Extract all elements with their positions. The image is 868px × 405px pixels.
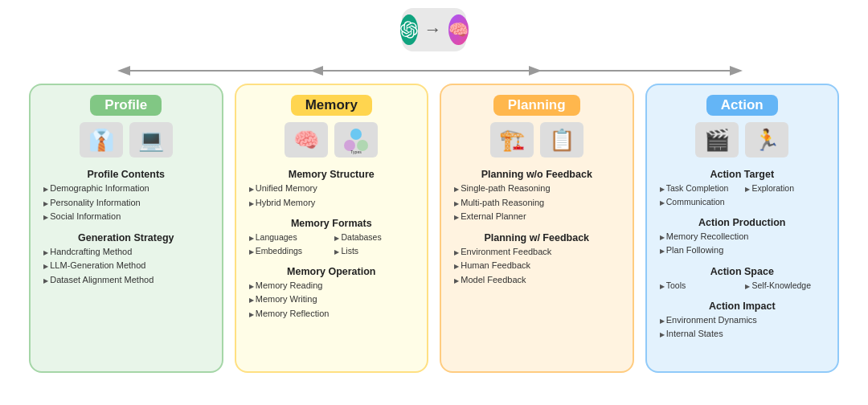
action-card: Action 🎬 🏃 Action Target Task Completion… (645, 84, 840, 373)
gpt-icon (400, 14, 418, 45)
act-tgt-3: Communication (658, 195, 741, 209)
profile-card: Profile 👔 💻 Profile Contents Demographic… (29, 84, 223, 373)
act-tgt-2: Exploration (743, 182, 826, 195)
planning-title: Planning (493, 95, 580, 116)
memory-structure-heading: Memory Structure (248, 169, 416, 180)
mem-fmt-1: Languages (248, 231, 330, 244)
plan-wf-3: Model Feedback (452, 273, 621, 288)
profile-gen-1: Handcrafting Method (42, 245, 211, 260)
profile-item-2: Personality Information (42, 196, 211, 211)
act-imp-1: Environment Dynamics (658, 313, 827, 328)
cards-row: Profile 👔 💻 Profile Contents Demographic… (16, 84, 852, 373)
memory-title: Memory (291, 95, 372, 116)
action-title: Action (706, 95, 778, 116)
profile-title: Profile (90, 95, 162, 116)
main-container: → 🧠 Profile 👔 💻 Profile Contents (0, 0, 868, 405)
planning-wf-heading: Planning w/ Feedback (452, 232, 621, 243)
brain-icon: 🧠 (448, 14, 469, 45)
icons-box: → 🧠 (402, 8, 466, 51)
act-imp-2: Internal States (658, 327, 827, 342)
profile-images: 👔 💻 (80, 122, 173, 158)
svg-text:Types: Types (351, 149, 362, 154)
profile-item-1: Demographic Information (42, 182, 211, 196)
profile-contents-heading: Profile Contents (42, 169, 211, 180)
plan-wf-1: Environment Feedback (452, 245, 621, 260)
generation-strategy-heading: Generation Strategy (42, 232, 211, 243)
planning-images: 🏗️ 📋 (490, 122, 583, 158)
action-space-grid: Tools Self-Knowledge (658, 279, 827, 292)
planning-wof-heading: Planning w/o Feedback (452, 169, 621, 180)
memory-struct-1: Unified Memory (248, 182, 416, 196)
top-icons-bar: → 🧠 (402, 8, 466, 51)
action-impact-heading: Action Impact (658, 301, 827, 312)
action-production-heading: Action Production (658, 217, 827, 228)
profile-gen-3: Dataset Alignment Method (42, 273, 211, 288)
memory-img-2: Types (334, 122, 378, 158)
profile-img-2: 💻 (129, 122, 173, 158)
memory-struct-2: Hybrid Memory (248, 196, 416, 211)
plan-wof-3: External Planner (452, 210, 621, 224)
action-img-1: 🎬 (695, 122, 739, 158)
profile-item-3: Social Information (42, 210, 211, 224)
memory-images: 🧠 Types (285, 122, 378, 158)
action-space-heading: Action Space (658, 266, 827, 277)
memory-op-2: Memory Writing (248, 292, 416, 307)
action-target-grid: Task Completion Exploration Communicatio… (658, 182, 827, 209)
planning-img-1: 🏗️ (490, 122, 534, 158)
plan-wof-1: Single-path Reasoning (452, 182, 621, 196)
action-images: 🎬 🏃 (695, 122, 788, 158)
planning-card: Planning 🏗️ 📋 Planning w/o Feedback Sing… (440, 84, 634, 373)
top-arrows-svg (16, 58, 852, 84)
act-sp-2: Self-Knowledge (743, 279, 826, 292)
act-tgt-1: Task Completion (658, 182, 741, 195)
plan-wof-2: Multi-path Reasoning (452, 196, 621, 211)
memory-formats-grid: Languages Databases Embeddings Lists (248, 231, 416, 258)
act-prod-1: Memory Recollection (658, 230, 827, 244)
memory-img-1: 🧠 (285, 122, 328, 158)
memory-op-3: Memory Reflection (248, 307, 416, 321)
memory-operation-heading: Memory Operation (248, 266, 416, 277)
memory-formats-heading: Memory Formats (248, 218, 416, 229)
mem-fmt-4: Lists (333, 244, 416, 258)
action-img-2: 🏃 (745, 122, 788, 158)
memory-card: Memory 🧠 Types Memory Structure Unified … (235, 84, 429, 373)
action-target-heading: Action Target (658, 169, 827, 180)
profile-img-1: 👔 (80, 122, 123, 158)
planning-img-2: 📋 (540, 122, 583, 158)
mem-fmt-2: Databases (333, 231, 416, 244)
act-prod-2: Plan Following (658, 243, 827, 258)
svg-point-4 (350, 129, 362, 140)
memory-op-1: Memory Reading (248, 279, 416, 293)
plan-wf-2: Human Feedback (452, 259, 621, 273)
profile-gen-2: LLM-Generation Method (42, 259, 211, 273)
act-sp-1: Tools (658, 279, 741, 292)
arrow-icon: → (424, 19, 442, 40)
mem-fmt-3: Embeddings (248, 244, 330, 258)
